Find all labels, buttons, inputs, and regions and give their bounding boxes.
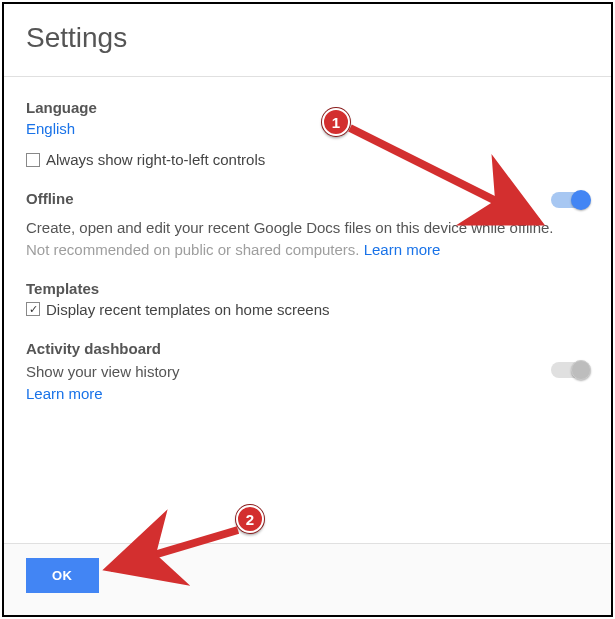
- offline-learn-more-link[interactable]: Learn more: [364, 241, 441, 258]
- toggle-knob: [571, 360, 591, 380]
- templates-checkbox-row: Display recent templates on home screens: [26, 301, 589, 318]
- templates-section: Templates Display recent templates on ho…: [26, 280, 589, 318]
- offline-description: Create, open and edit your recent Google…: [26, 217, 589, 239]
- activity-learn-more-link[interactable]: Learn more: [26, 385, 103, 402]
- dialog-footer: OK: [4, 543, 611, 615]
- activity-title: Activity dashboard: [26, 340, 551, 357]
- activity-section: Activity dashboard Show your view histor…: [26, 340, 589, 403]
- language-value-link[interactable]: English: [26, 120, 589, 137]
- rtl-checkbox-label: Always show right-to-left controls: [46, 151, 265, 168]
- templates-title: Templates: [26, 280, 589, 297]
- offline-toggle[interactable]: [551, 192, 589, 208]
- activity-toggle[interactable]: [551, 362, 589, 378]
- templates-checkbox-label: Display recent templates on home screens: [46, 301, 329, 318]
- rtl-checkbox[interactable]: [26, 153, 40, 167]
- language-title: Language: [26, 99, 589, 116]
- templates-checkbox[interactable]: [26, 302, 40, 316]
- offline-warning: Not recommended on public or shared comp…: [26, 241, 589, 258]
- language-section: Language English Always show right-to-le…: [26, 99, 589, 168]
- page-title: Settings: [26, 22, 589, 54]
- offline-title: Offline: [26, 190, 74, 207]
- settings-dialog: Settings Language English Always show ri…: [2, 2, 613, 617]
- rtl-checkbox-row: Always show right-to-left controls: [26, 151, 589, 168]
- dialog-header: Settings: [4, 4, 611, 77]
- offline-section: Offline Create, open and edit your recen…: [26, 190, 589, 258]
- ok-button[interactable]: OK: [26, 558, 99, 593]
- toggle-knob: [571, 190, 591, 210]
- activity-description: Show your view history: [26, 361, 551, 383]
- dialog-content: Language English Always show right-to-le…: [4, 77, 611, 543]
